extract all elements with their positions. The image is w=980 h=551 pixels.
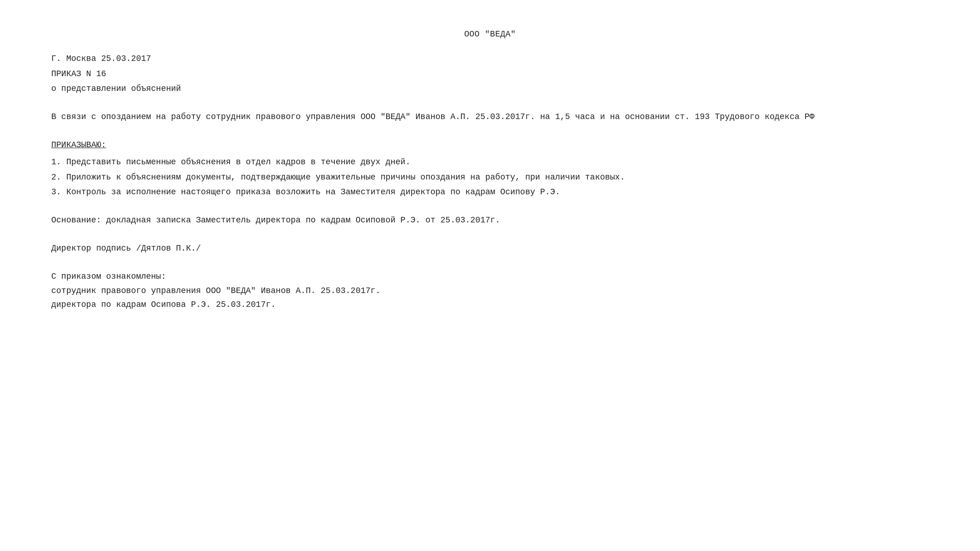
acquaint-item-2: директора по кадрам Осипова Р.Э. 25.03.2… (51, 298, 929, 311)
document-preamble: В связи с опозданием на работу сотрудник… (51, 110, 929, 124)
acquaint-item-1: сотрудник правового управления ООО "ВЕДА… (51, 284, 929, 298)
document-order-items: 1. Представить письменные объяснения в о… (51, 156, 929, 199)
order-item-3: 3. Контроль за исполнение настоящего при… (51, 186, 929, 199)
document-acquaint: С приказом ознакомлены: сотрудник правов… (51, 270, 929, 311)
document: ООО "ВЕДА" Г. Москва 25.03.2017 ПРИКАЗ N… (51, 28, 929, 312)
order-item-2: 2. Приложить к объяснениям документы, по… (51, 171, 929, 184)
document-basis: Основание: докладная записка Заместитель… (51, 214, 929, 227)
document-order-heading: ПРИКАЗЫВАЮ: (51, 138, 929, 152)
acquaint-heading: С приказом ознакомлены: (51, 270, 929, 283)
document-order-number: ПРИКАЗ N 16 (51, 67, 929, 81)
order-item-1: 1. Представить письменные объяснения в о… (51, 156, 929, 169)
document-subject: о представлении объяснений (51, 82, 929, 96)
document-title: ООО "ВЕДА" (51, 28, 929, 41)
document-signature: Директор подпись /Дятлов П.К./ (51, 242, 929, 255)
document-location-date: Г. Москва 25.03.2017 (51, 52, 929, 66)
